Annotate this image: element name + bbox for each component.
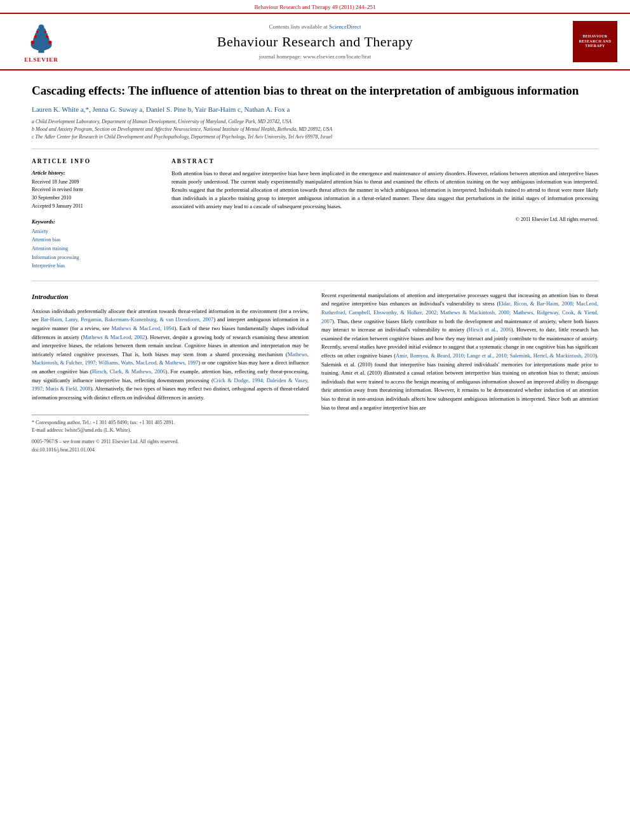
body-right-col: Recent experimental manipulations of att… <box>321 291 598 454</box>
svg-point-7 <box>48 41 52 44</box>
keyword-3: Attention training <box>32 244 159 253</box>
keyword-1: Anxiety <box>32 227 159 236</box>
email-address: lwhite5@umd.edu <box>65 427 102 433</box>
body-section: Introduction Anxious individuals prefere… <box>32 291 598 454</box>
abstract-text: Both attention bias to threat and negati… <box>171 170 598 211</box>
doi-section: 0005-7967/$ – see front matter © 2011 El… <box>32 438 309 454</box>
email-note: E-mail address: lwhite5@umd.edu (L.K. Wh… <box>32 427 309 434</box>
intro-para1: Anxious individuals preferentially alloc… <box>32 307 309 403</box>
affiliations: a Child Development Laboratory, Departme… <box>32 118 598 141</box>
ref-mathews-macleod-1994: Mathews & MacLeod, 1994 <box>111 325 174 331</box>
journal-title: Behaviour Research and Therapy <box>70 34 560 50</box>
corresponding-note: * Corresponding author. Tel.: +1 301 405… <box>32 419 309 427</box>
keywords-section: Keywords: Anxiety Attention bias Attenti… <box>32 218 159 270</box>
received-date: Received 18 June 2009 <box>32 178 159 187</box>
ref-barhaim: Bar-Haim, Lamy, Pergamin, Bakermans-Kran… <box>41 316 213 323</box>
elsevier-tree-icon <box>19 20 64 55</box>
svg-point-8 <box>34 35 37 38</box>
keyword-4: Information processing <box>32 253 159 262</box>
svg-point-5 <box>38 24 44 30</box>
abstract-title: ABSTRACT <box>171 158 598 164</box>
sciencedirect-link: Contents lists available at ScienceDirec… <box>70 23 560 30</box>
journal-logo-box: BEHAVIOUR RESEARCH AND THERAPY <box>573 21 617 62</box>
citation-bar: Behaviour Research and Therapy 49 (2011)… <box>0 0 630 13</box>
svg-point-10 <box>36 31 39 34</box>
article-info-title: ARTICLE INFO <box>32 158 159 164</box>
keywords-title: Keywords: <box>32 218 159 225</box>
authors-text: Lauren K. White a,*, Jenna G. Suway a, D… <box>32 105 290 113</box>
introduction-title: Introduction <box>32 291 309 302</box>
email-label: E-mail address: <box>32 427 64 433</box>
ref-hirsch-2006: Hirsch et al., 2006 <box>469 326 511 333</box>
svg-point-9 <box>46 35 49 38</box>
elsevier-logo: ELSEVIER <box>13 20 70 63</box>
footnote-section: * Corresponding author. Tel.: +1 301 405… <box>32 415 309 434</box>
info-abstract-section: ARTICLE INFO Article history: Received 1… <box>32 158 598 281</box>
article-info-panel: ARTICLE INFO Article history: Received 1… <box>32 158 159 270</box>
doi-text: doi:10.1016/j.brat.2011.01.004 <box>32 446 309 454</box>
ref-hirsch-clark: Hirsch, Clark, & Mathews, 2006 <box>92 368 165 375</box>
ref-mathews-macleod-2002: Mathews & MacLeod, 2002 <box>83 334 145 340</box>
affiliation-a: a Child Development Laboratory, Departme… <box>32 118 598 126</box>
affiliation-b: b Mood and Anxiety Program, Section on D… <box>32 126 598 133</box>
authors-line: Lauren K. White a,*, Jenna G. Suway a, D… <box>32 105 598 113</box>
email-name: (L.K. White). <box>104 427 131 433</box>
affiliation-c: c The Adler Center for Research in Child… <box>32 133 598 141</box>
svg-point-11 <box>44 31 47 34</box>
journal-center: Contents lists available at ScienceDirec… <box>70 23 560 60</box>
ref-mathews-mackintosh: Mathews, Mackintosh, & Fulcher, 1997; Wi… <box>32 351 309 366</box>
ref-amir-bomyea: Amir, Bomyea, & Beard, 2010; Lange et al… <box>396 352 595 359</box>
article-title: Cascading effects: The influence of atte… <box>32 83 598 99</box>
history-label: Article history: <box>32 170 159 176</box>
accepted-date: Accepted 9 January 2011 <box>32 203 159 211</box>
sciencedirect-anchor[interactable]: ScienceDirect <box>329 23 361 30</box>
abstract-panel: ABSTRACT Both attention bias to threat a… <box>171 158 598 270</box>
svg-point-6 <box>31 41 35 44</box>
keyword-2: Attention bias <box>32 236 159 244</box>
ref-eldar: Eldar, Ricon, & Bar-Haim, 2008; MacLeod,… <box>321 300 598 324</box>
copyright-text: © 2011 Elsevier Ltd. All rights reserved… <box>171 217 598 222</box>
elsevier-label: ELSEVIER <box>24 57 58 63</box>
article-title-section: Cascading effects: The influence of atte… <box>32 83 598 149</box>
ref-crick-dodge: Crick & Dodge, 1994; Daleiden & Vasey, 1… <box>32 377 309 392</box>
intro-para2: Recent experimental manipulations of att… <box>321 291 598 412</box>
issn-text: 0005-7967/$ – see front matter © 2011 El… <box>32 438 309 446</box>
revised-date: Received in revised form 30 September 20… <box>32 186 159 203</box>
journal-header: ELSEVIER Contents lists available at Sci… <box>0 13 630 70</box>
keyword-5: Interpretive bias <box>32 262 159 270</box>
journal-homepage: journal homepage: www.elsevier.com/locat… <box>70 53 560 60</box>
journal-logo-right: BEHAVIOUR RESEARCH AND THERAPY <box>560 21 617 62</box>
body-left-col: Introduction Anxious individuals prefere… <box>32 291 309 454</box>
citation-text: Behaviour Research and Therapy 49 (2011)… <box>255 4 376 10</box>
main-content: Cascading effects: The influence of atte… <box>0 70 630 467</box>
journal-logo-title: BEHAVIOUR RESEARCH AND THERAPY <box>579 34 611 49</box>
